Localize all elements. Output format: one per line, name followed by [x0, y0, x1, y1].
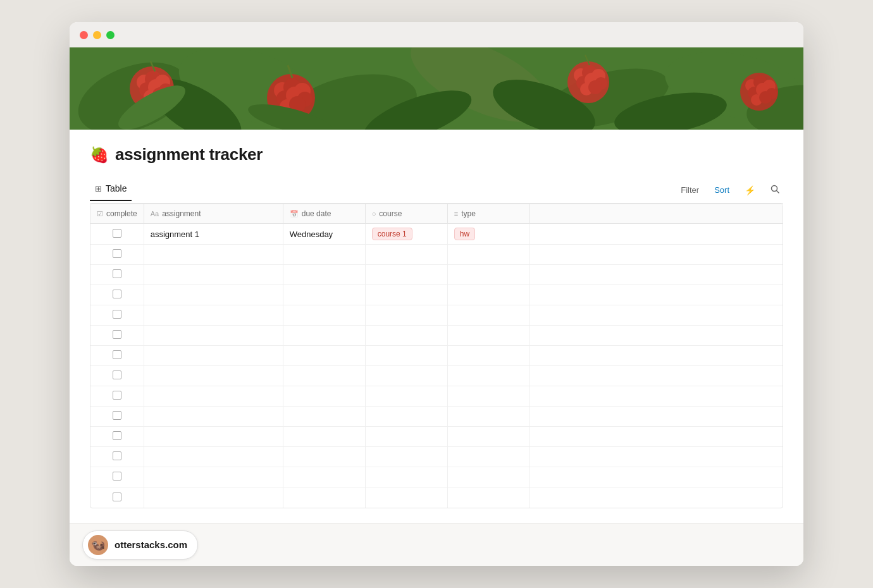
type-cell[interactable] — [447, 305, 529, 326]
course-cell[interactable] — [365, 386, 447, 407]
course-cell[interactable] — [365, 265, 447, 285]
course-cell[interactable]: course 1 — [365, 224, 447, 245]
row-checkbox[interactable] — [113, 229, 121, 238]
due-date-cell[interactable] — [283, 447, 365, 467]
type-cell[interactable]: hw — [447, 224, 529, 245]
filter-button[interactable]: Filter — [677, 183, 703, 197]
row-checkbox[interactable] — [113, 411, 121, 420]
col-header-due-date[interactable]: 📅 due date — [283, 204, 365, 224]
row-checkbox[interactable] — [113, 310, 121, 319]
row-checkbox[interactable] — [113, 391, 121, 400]
row-checkbox[interactable] — [113, 371, 121, 379]
checkbox-cell[interactable] — [90, 245, 144, 265]
assignment-cell[interactable] — [144, 467, 283, 487]
checkbox-cell[interactable] — [90, 366, 144, 386]
course-badge[interactable]: course 1 — [372, 228, 412, 240]
course-cell[interactable] — [365, 245, 447, 265]
course-cell[interactable] — [365, 285, 447, 305]
col-header-type[interactable]: ≡ type — [447, 204, 529, 224]
course-cell[interactable] — [365, 326, 447, 346]
checkbox-cell[interactable] — [90, 224, 144, 245]
sort-button[interactable]: Sort — [710, 183, 733, 197]
course-cell[interactable] — [365, 487, 447, 508]
assignment-cell[interactable] — [144, 427, 283, 447]
due-date-cell[interactable] — [283, 366, 365, 386]
checkbox-cell[interactable] — [90, 447, 144, 467]
course-cell[interactable] — [365, 346, 447, 366]
row-checkbox[interactable] — [113, 472, 121, 481]
row-checkbox[interactable] — [113, 330, 121, 339]
type-cell[interactable] — [447, 447, 529, 467]
assignment-cell[interactable] — [144, 487, 283, 508]
checkbox-cell[interactable] — [90, 305, 144, 326]
table-row[interactable] — [90, 386, 783, 407]
table-row[interactable] — [90, 366, 783, 386]
table-row[interactable] — [90, 447, 783, 467]
site-badge[interactable]: 🦦 otterstacks.com — [82, 530, 198, 560]
course-cell[interactable] — [365, 366, 447, 386]
due-date-cell[interactable] — [283, 265, 365, 285]
due-date-cell[interactable]: Wednesday — [283, 224, 365, 245]
due-date-cell[interactable] — [283, 285, 365, 305]
type-cell[interactable] — [447, 366, 529, 386]
assignment-cell[interactable] — [144, 245, 283, 265]
due-date-cell[interactable] — [283, 346, 365, 366]
course-cell[interactable] — [365, 427, 447, 447]
type-cell[interactable] — [447, 427, 529, 447]
assignment-cell[interactable] — [144, 346, 283, 366]
checkbox-cell[interactable] — [90, 467, 144, 487]
course-cell[interactable] — [365, 447, 447, 467]
type-cell[interactable] — [447, 386, 529, 407]
table-row[interactable] — [90, 467, 783, 487]
assignment-cell[interactable] — [144, 447, 283, 467]
table-row[interactable] — [90, 326, 783, 346]
table-row[interactable]: assignment 1Wednesdaycourse 1hw — [90, 224, 783, 245]
row-checkbox[interactable] — [113, 493, 121, 501]
checkbox-cell[interactable] — [90, 407, 144, 427]
table-row[interactable] — [90, 407, 783, 427]
due-date-cell[interactable] — [283, 407, 365, 427]
table-row[interactable] — [90, 427, 783, 447]
assignment-cell[interactable] — [144, 407, 283, 427]
due-date-cell[interactable] — [283, 467, 365, 487]
checkbox-cell[interactable] — [90, 346, 144, 366]
assignment-cell[interactable] — [144, 386, 283, 407]
row-checkbox[interactable] — [113, 431, 121, 440]
assignment-cell[interactable] — [144, 366, 283, 386]
row-checkbox[interactable] — [113, 350, 121, 359]
checkbox-cell[interactable] — [90, 386, 144, 407]
type-cell[interactable] — [447, 467, 529, 487]
due-date-cell[interactable] — [283, 326, 365, 346]
maximize-button[interactable] — [106, 31, 115, 39]
row-checkbox[interactable] — [113, 451, 121, 460]
assignment-cell[interactable]: assignment 1 — [144, 224, 283, 245]
assignment-cell[interactable] — [144, 265, 283, 285]
lightning-button[interactable]: ⚡ — [741, 183, 759, 198]
type-cell[interactable] — [447, 326, 529, 346]
checkbox-cell[interactable] — [90, 427, 144, 447]
table-row[interactable] — [90, 265, 783, 285]
table-row[interactable] — [90, 487, 783, 508]
due-date-cell[interactable] — [283, 305, 365, 326]
search-button[interactable] — [767, 182, 783, 198]
close-button[interactable] — [80, 31, 88, 39]
due-date-cell[interactable] — [283, 487, 365, 508]
table-row[interactable] — [90, 346, 783, 366]
checkbox-cell[interactable] — [90, 265, 144, 285]
due-date-cell[interactable] — [283, 427, 365, 447]
assignment-cell[interactable] — [144, 285, 283, 305]
course-cell[interactable] — [365, 407, 447, 427]
row-checkbox[interactable] — [113, 249, 121, 258]
assignment-cell[interactable] — [144, 305, 283, 326]
checkbox-cell[interactable] — [90, 285, 144, 305]
type-cell[interactable] — [447, 346, 529, 366]
course-cell[interactable] — [365, 305, 447, 326]
table-row[interactable] — [90, 245, 783, 265]
col-header-complete[interactable]: ☑ complete — [90, 204, 144, 224]
minimize-button[interactable] — [93, 31, 101, 39]
due-date-cell[interactable] — [283, 386, 365, 407]
due-date-cell[interactable] — [283, 245, 365, 265]
table-row[interactable] — [90, 305, 783, 326]
type-cell[interactable] — [447, 265, 529, 285]
table-row[interactable] — [90, 285, 783, 305]
